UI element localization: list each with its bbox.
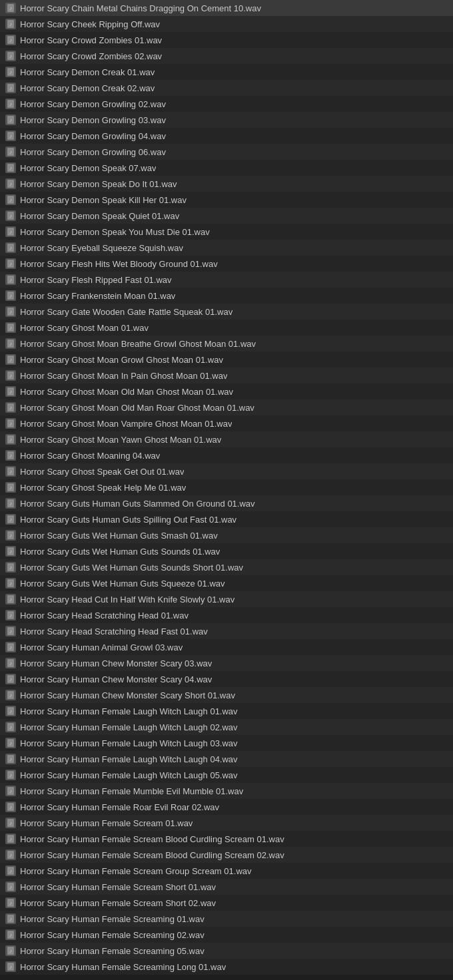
file-name: Horror Scary Guts Wet Human Guts Squeeze… [20, 579, 225, 589]
file-name: Horror Scary Human Female Laugh Witch La… [20, 706, 238, 716]
list-item[interactable]: Horror Scary Demon Creak 02.wav [0, 80, 453, 96]
list-item[interactable]: Horror Scary Ghost Moan 01.wav [0, 320, 453, 336]
list-item[interactable]: Horror Scary Human Female Scream 01.wav [0, 815, 453, 831]
list-item[interactable]: Horror Scary Human Female Scream Blood C… [0, 831, 453, 847]
file-name: Horror Scary Ghost Moan In Pain Ghost Mo… [20, 371, 227, 381]
list-item[interactable]: Horror Scary Frankenstein Moan 01.wav [0, 288, 453, 304]
list-item[interactable]: Horror Scary Demon Growling 03.wav [0, 112, 453, 128]
list-item[interactable]: Horror Scary Human Female Scream Short 0… [0, 895, 453, 911]
list-item[interactable]: Horror Scary Head Cut In Half With Knife… [0, 591, 453, 607]
file-name: Horror Scary Guts Wet Human Guts Smash 0… [20, 531, 218, 541]
list-item[interactable]: Horror Scary Human Chew Monster Scary Sh… [0, 687, 453, 703]
audio-file-icon [5, 434, 16, 445]
list-item[interactable]: Horror Scary Human Animal Growl 03.wav [0, 639, 453, 655]
list-item[interactable]: Horror Scary Human Female Screaming Long… [0, 959, 453, 975]
file-name: Horror Scary Ghost Moan Yawn Ghost Moan … [20, 435, 221, 445]
list-item[interactable]: Horror Scary Human Female Scream Short 0… [0, 879, 453, 895]
list-item[interactable]: Horror Scary Guts Human Guts Slammed On … [0, 495, 453, 511]
list-item[interactable]: Horror Scary Guts Wet Human Guts Smash 0… [0, 527, 453, 543]
list-item[interactable]: Horror Scary Ghost Moaning 04.wav [0, 447, 453, 463]
list-item[interactable]: Horror Scary Ghost Speak Help Me 01.wav [0, 479, 453, 495]
file-name: Horror Scary Human Female Scream Group S… [20, 866, 252, 876]
list-item[interactable]: Horror Scary Ghost Moan Breathe Growl Gh… [0, 336, 453, 352]
audio-file-icon [5, 674, 16, 684]
file-name: Horror Scary Ghost Moan Old Man Ghost Mo… [20, 387, 233, 397]
list-item[interactable]: Horror Scary Human Female Laugh Witch La… [0, 735, 453, 751]
file-name: Horror Scary Human Female Laugh Witch La… [20, 722, 238, 732]
list-item[interactable]: Horror Scary Human Female Screaming 02.w… [0, 927, 453, 943]
list-item[interactable]: Horror Scary Head Scratching Head Fast 0… [0, 623, 453, 639]
file-name: Horror Scary Human Chew Monster Scary 03… [20, 658, 212, 668]
list-item[interactable]: Horror Scary Human Female Laugh Witch La… [0, 719, 453, 735]
list-item[interactable]: Horror Scary Flesh Hits Wet Bloody Groun… [0, 256, 453, 272]
list-item[interactable]: Horror Scary Human Female Laugh Witch La… [0, 767, 453, 783]
list-item[interactable]: Horror Scary Demon Growling 04.wav [0, 128, 453, 144]
audio-file-icon [5, 642, 16, 652]
list-item[interactable]: Horror Scary Human Female Screaming 01.w… [0, 911, 453, 927]
list-item[interactable]: Horror Scary Human Female Laugh Witch La… [0, 751, 453, 767]
list-item[interactable]: Horror Scary Human Female Screaming 05.w… [0, 943, 453, 959]
list-item[interactable]: Horror Scary Gate Wooden Gate Rattle Squ… [0, 304, 453, 320]
list-item[interactable]: Horror Scary Chain Metal Chains Dragging… [0, 0, 453, 16]
list-item[interactable]: Horror Scary Demon Growling 06.wav [0, 144, 453, 160]
list-item[interactable]: Horror Scary Head Scratching Head 01.wav [0, 607, 453, 623]
audio-file-icon [5, 498, 16, 509]
file-name: Horror Scary Human Female Laugh Witch La… [20, 738, 238, 748]
file-name: Horror Scary Ghost Moaning 04.wav [20, 451, 160, 461]
list-item[interactable]: Horror Scary Guts Human Guts Spilling Ou… [0, 511, 453, 527]
list-item[interactable]: Horror Scary Cheek Ripping Off.wav [0, 16, 453, 32]
list-item[interactable]: Horror Scary Human Female Scream Group S… [0, 863, 453, 879]
list-item[interactable]: Horror Scary Human Chew Monster Scary 03… [0, 655, 453, 671]
audio-file-icon [5, 562, 16, 573]
list-item[interactable]: Horror Scary Ghost Moan Yawn Ghost Moan … [0, 431, 453, 447]
list-item[interactable]: Horror Scary Ghost Moan In Pain Ghost Mo… [0, 368, 453, 383]
list-item[interactable]: Horror Scary Ghost Moan Growl Ghost Moan… [0, 352, 453, 368]
audio-file-icon [5, 626, 16, 636]
list-item[interactable]: Horror Scary Demon Growling 02.wav [0, 96, 453, 112]
audio-file-icon [5, 594, 16, 605]
list-item[interactable]: Horror Scary Ghost Speak Get Out 01.wav [0, 463, 453, 479]
file-name: Horror Scary Flesh Hits Wet Bloody Groun… [20, 259, 218, 269]
audio-file-icon [5, 770, 16, 780]
file-name: Horror Scary Chain Metal Chains Dragging… [20, 3, 261, 13]
audio-file-icon [5, 402, 16, 413]
list-item[interactable]: Horror Scary Eyeball Squeeze Squish.wav [0, 240, 453, 256]
list-item[interactable]: Horror Scary Guts Wet Human Guts Sounds … [0, 559, 453, 575]
list-item[interactable]: Horror Scary Flesh Ripped Fast 01.wav [0, 272, 453, 288]
list-item[interactable]: Horror Scary Demon Creak 01.wav [0, 64, 453, 80]
audio-file-icon [5, 450, 16, 461]
file-name: Horror Scary Head Scratching Head 01.wav [20, 611, 189, 620]
list-item[interactable]: Horror Scary Human Chew Monster Scary 04… [0, 671, 453, 687]
file-name: Horror Scary Human Female Roar Evil Roar… [20, 802, 219, 812]
list-item[interactable]: Horror Scary Demon Speak You Must Die 01… [0, 224, 453, 240]
file-name: Horror Scary Demon Creak 02.wav [20, 83, 155, 93]
list-item[interactable]: Horror Scary Crowd Zombies 02.wav [0, 48, 453, 64]
list-item[interactable]: Horror Scary Guts Wet Human Guts Sounds … [0, 543, 453, 559]
list-item[interactable]: Horror Scary Ghost Moan Vampire Ghost Mo… [0, 415, 453, 431]
audio-file-icon [5, 482, 16, 493]
file-name: Horror Scary Demon Speak Do It 01.wav [20, 179, 177, 189]
list-item[interactable]: Horror Scary Human Female Mumble Evil Mu… [0, 783, 453, 799]
list-item[interactable]: Horror Scary Human Female Scream Blood C… [0, 847, 453, 863]
list-item[interactable]: Horror Scary Ghost Moan Old Man Roar Gho… [0, 399, 453, 415]
file-name: Horror Scary Human Female Scream Short 0… [20, 882, 216, 892]
file-name: Horror Scary Human Female Laugh Witch La… [20, 754, 238, 764]
list-item[interactable]: Horror Scary Guts Wet Human Guts Squeeze… [0, 575, 453, 591]
list-item[interactable]: Horror Scary Demon Speak Kill Her 01.wav [0, 192, 453, 208]
audio-file-icon [5, 897, 16, 908]
list-item[interactable]: Horror Scary Human Female Laugh Witch La… [0, 703, 453, 719]
audio-file-icon [5, 530, 16, 541]
file-name: Horror Scary Guts Wet Human Guts Sounds … [20, 547, 220, 557]
list-item[interactable]: Horror Scary Ghost Moan Old Man Ghost Mo… [0, 383, 453, 399]
list-item[interactable]: Horror Scary Human Female Roar Evil Roar… [0, 799, 453, 815]
audio-file-icon [5, 818, 16, 828]
list-item[interactable]: Horror Scary Demon Speak 07.wav [0, 160, 453, 176]
list-item[interactable]: Horror Scary Demon Speak Do It 01.wav [0, 176, 453, 192]
file-name: Horror Scary Human Chew Monster Scary 04… [20, 674, 212, 684]
file-name: Horror Scary Demon Growling 04.wav [20, 131, 166, 141]
file-name: Horror Scary Human Female Scream 01.wav [20, 818, 193, 828]
audio-file-icon [5, 418, 16, 429]
list-item[interactable]: Horror Scary Demon Speak Quiet 01.wav [0, 208, 453, 224]
list-item[interactable]: Horror Scary Crowd Zombies 01.wav [0, 32, 453, 48]
file-name: Horror Scary Demon Speak Quiet 01.wav [20, 211, 179, 221]
